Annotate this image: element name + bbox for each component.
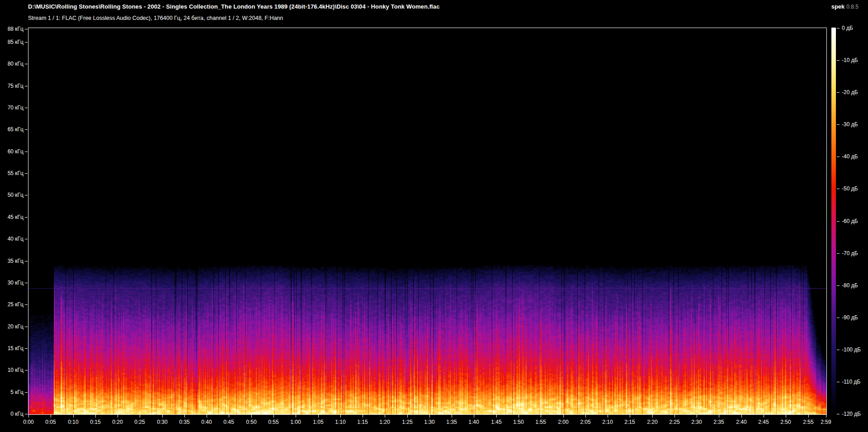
- freq-tick-label: 35 кГц: [0, 258, 24, 264]
- level-tick-label: -40 дБ: [842, 154, 858, 159]
- file-path-title: D:\MUSIC\Rolling Stones\Rolling Stones -…: [28, 3, 439, 10]
- time-tick-label: 2:35: [713, 419, 724, 425]
- freq-tick-label: 30 кГц: [0, 280, 24, 285]
- stream-info: Stream 1 / 1: FLAC (Free Lossless Audio …: [28, 15, 283, 21]
- time-tick-label: 1:00: [290, 419, 301, 425]
- freq-tick: [25, 348, 28, 349]
- app-version: 0.8.5: [846, 4, 859, 10]
- time-tick-label: 1:20: [379, 419, 390, 425]
- time-tick-label: 1:35: [446, 419, 457, 425]
- freq-tick-label: 80 кГц: [0, 61, 24, 66]
- time-tick-label: 0:25: [134, 419, 145, 425]
- time-tick-label: 2:05: [580, 419, 590, 425]
- freq-tick: [25, 414, 28, 414]
- level-tick: [837, 92, 840, 93]
- time-tick: [452, 415, 452, 418]
- time-tick: [140, 415, 140, 418]
- time-tick-label: 0:35: [179, 419, 189, 425]
- freq-tick-label: 85 кГц: [0, 39, 24, 45]
- freq-tick: [25, 304, 28, 305]
- level-tick: [837, 253, 840, 254]
- freq-tick: [25, 239, 28, 239]
- freq-tick-label: 55 кГц: [0, 171, 24, 176]
- app-version-line: spek0.8.5: [831, 3, 859, 10]
- freq-tick-label: 75 кГц: [0, 83, 24, 89]
- time-tick: [296, 415, 296, 418]
- level-tick-label: 0 дБ: [842, 25, 853, 31]
- freq-tick-label: 25 кГц: [0, 302, 24, 307]
- freq-tick: [25, 217, 28, 218]
- freq-tick-label: 50 кГц: [0, 192, 24, 198]
- time-tick: [826, 415, 826, 418]
- time-tick-label: 1:45: [491, 419, 501, 425]
- time-tick: [675, 415, 675, 418]
- freq-tick: [25, 108, 28, 108]
- time-tick-label: 0:45: [223, 419, 234, 425]
- time-tick-label: 2:00: [558, 419, 568, 425]
- freq-tick-label: 15 кГц: [0, 346, 24, 351]
- time-tick-label: 0:55: [268, 419, 278, 425]
- time-tick-label: 2:59: [821, 419, 831, 425]
- level-tick-label: -30 дБ: [842, 122, 858, 127]
- time-tick-label: 1:05: [313, 419, 323, 425]
- level-tick: [837, 124, 840, 125]
- time-tick: [563, 415, 564, 418]
- freq-tick: [25, 152, 28, 152]
- time-tick-label: 2:20: [647, 419, 657, 425]
- level-tick: [837, 157, 840, 157]
- freq-tick-label: 20 кГц: [0, 324, 24, 329]
- time-tick-label: 2:25: [669, 419, 679, 425]
- time-tick: [118, 415, 118, 418]
- freq-tick: [25, 370, 28, 370]
- level-tick: [837, 285, 840, 286]
- freq-tick: [25, 392, 28, 393]
- time-tick: [741, 415, 742, 418]
- time-tick: [251, 415, 252, 418]
- time-tick-label: 0:50: [246, 419, 256, 425]
- freq-tick: [25, 327, 28, 327]
- time-tick: [808, 415, 809, 418]
- level-tick: [837, 28, 840, 28]
- level-tick-label: -20 дБ: [842, 90, 858, 95]
- level-tick-label: -10 дБ: [842, 57, 858, 63]
- spectrogram-canvas: [28, 28, 826, 414]
- time-tick: [719, 415, 719, 418]
- time-tick: [51, 415, 51, 418]
- level-tick-label: -70 дБ: [842, 251, 858, 256]
- freq-tick: [25, 129, 28, 130]
- time-tick-label: 1:25: [402, 419, 412, 425]
- freq-tick-label: 88 кГц: [0, 26, 24, 32]
- level-tick-label: -80 дБ: [842, 283, 858, 288]
- time-tick-label: 0:05: [45, 419, 56, 425]
- freq-tick: [25, 195, 28, 195]
- time-tick-label: 2:50: [780, 419, 791, 425]
- time-tick: [274, 415, 274, 418]
- level-tick-label: -110 дБ: [842, 379, 860, 385]
- freq-tick-label: 5 кГц: [0, 389, 24, 395]
- time-tick: [652, 415, 653, 418]
- level-tick-label: -100 дБ: [842, 347, 861, 352]
- freq-tick: [25, 42, 28, 43]
- time-tick: [496, 415, 497, 418]
- freq-tick-label: 45 кГц: [0, 214, 24, 220]
- time-tick-label: 0:15: [90, 419, 100, 425]
- level-tick: [837, 350, 840, 350]
- colorbar-gradient: [831, 28, 836, 414]
- freq-tick: [25, 86, 28, 86]
- freq-tick-label: 70 кГц: [0, 105, 24, 110]
- time-tick-label: 1:30: [424, 419, 434, 425]
- time-tick-label: 2:40: [736, 419, 746, 425]
- time-tick-label: 2:15: [624, 419, 635, 425]
- time-tick: [207, 415, 207, 418]
- level-tick: [837, 382, 840, 382]
- freq-tick: [25, 261, 28, 261]
- level-tick-label: -60 дБ: [842, 218, 858, 224]
- time-tick: [608, 415, 608, 418]
- freq-tick-label: 10 кГц: [0, 367, 24, 373]
- time-tick: [697, 415, 697, 418]
- freq-tick: [25, 173, 28, 174]
- time-tick: [340, 415, 341, 418]
- level-tick-label: -50 дБ: [842, 186, 858, 191]
- time-tick: [429, 415, 430, 418]
- level-tick: [837, 318, 840, 318]
